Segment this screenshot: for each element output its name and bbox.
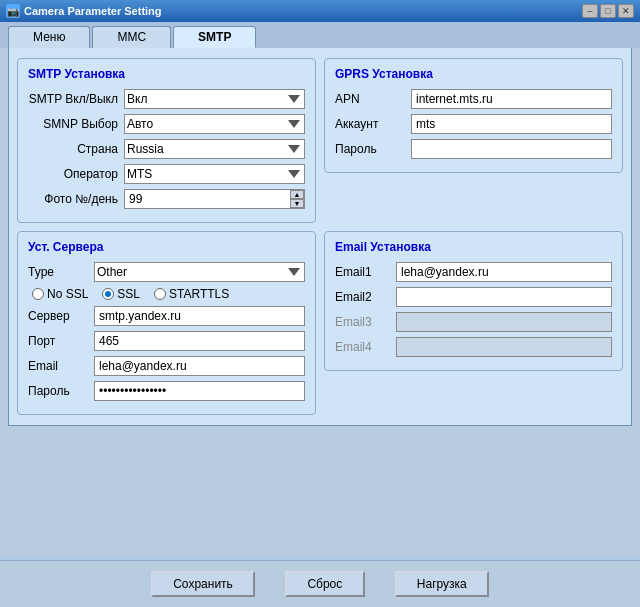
gprs-password-row: Пароль: [335, 139, 612, 159]
smnp-row: SMNP Выбор Авто: [28, 114, 305, 134]
account-input[interactable]: [411, 114, 612, 134]
smtp-box: SMTP Установка SMTP Вкл/Выкл Вкл Выкл SM…: [17, 58, 316, 223]
starttls-label: STARTTLS: [169, 287, 229, 301]
spin-buttons: ▲ ▼: [290, 190, 304, 208]
port-label: Порт: [28, 334, 88, 348]
tab-menu[interactable]: Меню: [8, 26, 90, 48]
tab-smtp[interactable]: SMTP: [173, 26, 256, 48]
server-password-row: Пароль: [28, 381, 305, 401]
ssl-radio[interactable]: [102, 288, 114, 300]
photo-count-input[interactable]: [129, 191, 286, 207]
type-row: Type Other Gmail Yahoo: [28, 262, 305, 282]
load-button[interactable]: Нагрузка: [395, 571, 489, 597]
email2-label: Email2: [335, 290, 390, 304]
close-button[interactable]: ✕: [618, 4, 634, 18]
server-section: Уст. Сервера Type Other Gmail Yahoo: [17, 231, 316, 415]
title-bar-left: 📷 Camera Parameter Setting: [6, 4, 162, 18]
gprs-section-title: GPRS Установка: [335, 67, 612, 81]
email2-input[interactable]: [396, 287, 612, 307]
apn-label: APN: [335, 92, 405, 106]
server-input[interactable]: [94, 306, 305, 326]
country-label: Страна: [28, 142, 118, 156]
app-window: 📷 Camera Parameter Setting – □ ✕ Меню MM…: [0, 0, 640, 607]
no-ssl-option[interactable]: No SSL: [32, 287, 88, 301]
spin-down-button[interactable]: ▼: [290, 199, 304, 208]
ssl-radio-row: No SSL SSL STARTTLS: [28, 287, 305, 301]
gprs-password-input[interactable]: [411, 139, 612, 159]
ssl-option[interactable]: SSL: [102, 287, 140, 301]
window-title: Camera Parameter Setting: [24, 5, 162, 17]
gprs-password-label: Пароль: [335, 142, 405, 156]
photo-label: Фото №/день: [28, 192, 118, 206]
spin-up-button[interactable]: ▲: [290, 190, 304, 199]
server-label: Сервер: [28, 309, 88, 323]
gprs-box: GPRS Установка APN Аккаунт Пароль: [324, 58, 623, 173]
smtp-toggle-row: SMTP Вкл/Выкл Вкл Выкл: [28, 89, 305, 109]
server-password-input[interactable]: [94, 381, 305, 401]
email-section: Email Установка Email1 Email2 Email3: [324, 231, 623, 415]
tab-mmc[interactable]: MMC: [92, 26, 171, 48]
email3-input: [396, 312, 612, 332]
operator-select[interactable]: MTS: [124, 164, 305, 184]
server-email-row: Email: [28, 356, 305, 376]
photo-row: Фото №/день ▲ ▼: [28, 189, 305, 209]
port-row: Порт: [28, 331, 305, 351]
country-select[interactable]: Russia: [124, 139, 305, 159]
window-controls: – □ ✕: [582, 4, 634, 18]
smtp-section-title: SMTP Установка: [28, 67, 305, 81]
apn-input[interactable]: [411, 89, 612, 109]
account-row: Аккаунт: [335, 114, 612, 134]
server-section-title: Уст. Сервера: [28, 240, 305, 254]
server-row: Сервер: [28, 306, 305, 326]
bottom-row: Уст. Сервера Type Other Gmail Yahoo: [17, 231, 623, 415]
email3-label: Email3: [335, 315, 390, 329]
gprs-section: GPRS Установка APN Аккаунт Пароль: [324, 58, 623, 223]
operator-label: Оператор: [28, 167, 118, 181]
content-area: SMTP Установка SMTP Вкл/Выкл Вкл Выкл SM…: [0, 48, 640, 556]
app-icon: 📷: [6, 4, 20, 18]
email-box: Email Установка Email1 Email2 Email3: [324, 231, 623, 371]
server-email-input[interactable]: [94, 356, 305, 376]
email4-input: [396, 337, 612, 357]
server-email-label: Email: [28, 359, 88, 373]
ssl-label: SSL: [117, 287, 140, 301]
smtp-toggle-select[interactable]: Вкл Выкл: [124, 89, 305, 109]
account-label: Аккаунт: [335, 117, 405, 131]
country-row: Страна Russia: [28, 139, 305, 159]
email1-row: Email1: [335, 262, 612, 282]
save-button[interactable]: Сохранить: [151, 571, 255, 597]
operator-row: Оператор MTS: [28, 164, 305, 184]
tabs-bar: Меню MMC SMTP: [0, 22, 640, 48]
starttls-option[interactable]: STARTTLS: [154, 287, 229, 301]
title-bar: 📷 Camera Parameter Setting – □ ✕: [0, 0, 640, 22]
maximize-button[interactable]: □: [600, 4, 616, 18]
apn-row: APN: [335, 89, 612, 109]
email1-label: Email1: [335, 265, 390, 279]
no-ssl-label: No SSL: [47, 287, 88, 301]
photo-spinbox: ▲ ▼: [124, 189, 305, 209]
bottom-bar: Сохранить Сброс Нагрузка: [0, 560, 640, 607]
tab-panel-smtp: SMTP Установка SMTP Вкл/Выкл Вкл Выкл SM…: [8, 48, 632, 426]
email-section-title: Email Установка: [335, 240, 612, 254]
smtp-toggle-label: SMTP Вкл/Выкл: [28, 92, 118, 106]
type-label: Type: [28, 265, 88, 279]
no-ssl-radio[interactable]: [32, 288, 44, 300]
minimize-button[interactable]: –: [582, 4, 598, 18]
server-password-label: Пароль: [28, 384, 88, 398]
server-box: Уст. Сервера Type Other Gmail Yahoo: [17, 231, 316, 415]
starttls-radio[interactable]: [154, 288, 166, 300]
email4-label: Email4: [335, 340, 390, 354]
email3-row: Email3: [335, 312, 612, 332]
top-row: SMTP Установка SMTP Вкл/Выкл Вкл Выкл SM…: [17, 58, 623, 223]
smnp-label: SMNP Выбор: [28, 117, 118, 131]
port-input[interactable]: [94, 331, 305, 351]
type-select[interactable]: Other Gmail Yahoo: [94, 262, 305, 282]
reset-button[interactable]: Сброс: [285, 571, 365, 597]
email1-input[interactable]: [396, 262, 612, 282]
smnp-select[interactable]: Авто: [124, 114, 305, 134]
smtp-section: SMTP Установка SMTP Вкл/Выкл Вкл Выкл SM…: [17, 58, 316, 223]
email2-row: Email2: [335, 287, 612, 307]
email4-row: Email4: [335, 337, 612, 357]
